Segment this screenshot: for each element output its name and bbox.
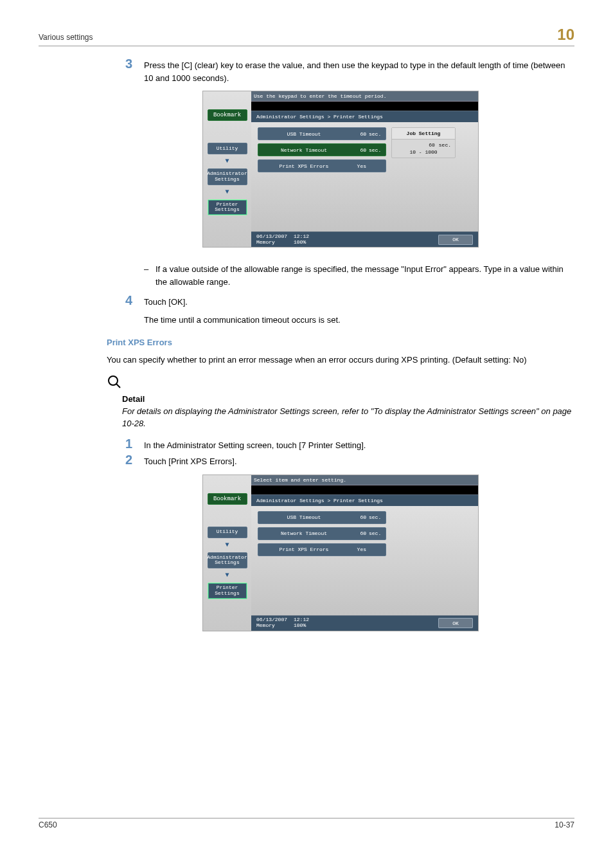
panel-footer: 06/13/2007 Memory 12:12 100% OK bbox=[251, 231, 478, 247]
panel-main: Use the keypad to enter the timeout peri… bbox=[251, 91, 478, 247]
admin-settings-button[interactable]: Administrator Settings bbox=[208, 168, 247, 185]
ok-button[interactable]: OK bbox=[438, 235, 473, 245]
job-setting-value: 60 bbox=[429, 142, 435, 148]
print-xps-errors-label: Print XPS Errors bbox=[258, 163, 350, 169]
screenshot-panel-timeout: Bookmark Utility ▼ Administrator Setting… bbox=[202, 91, 479, 248]
network-timeout-label: Network Timeout bbox=[258, 530, 350, 536]
usb-timeout-label: USB Timeout bbox=[258, 131, 350, 137]
step-number: 1 bbox=[107, 437, 132, 451]
svg-point-0 bbox=[109, 376, 118, 385]
network-timeout-label: Network Timeout bbox=[258, 147, 350, 153]
chapter-number: 10 bbox=[557, 26, 574, 44]
network-timeout-value: 60 bbox=[350, 147, 369, 153]
network-timeout-unit: sec. bbox=[369, 530, 386, 536]
panel-memory-pct: 100% bbox=[294, 240, 309, 246]
section-title-xps: Print XPS Errors bbox=[107, 338, 574, 347]
job-setting-title: Job Setting bbox=[392, 128, 455, 140]
panel-black-bar bbox=[251, 485, 478, 494]
step-4: 4 Touch [OK]. The time until a communica… bbox=[107, 296, 574, 326]
step-4-text: Touch [OK]. bbox=[144, 296, 574, 309]
step-1: 1 In the Administrator Setting screen, t… bbox=[107, 439, 574, 452]
step-3: 3 Press the [C] (clear) key to erase the… bbox=[107, 59, 574, 84]
bookmark-button[interactable]: Bookmark bbox=[208, 493, 247, 505]
detail-label: Detail bbox=[122, 394, 574, 404]
print-xps-errors-value: Yes bbox=[350, 547, 369, 552]
usb-timeout-unit: sec. bbox=[369, 131, 386, 137]
arrow-down-icon: ▼ bbox=[225, 189, 229, 195]
panel-memory-label: Memory bbox=[256, 240, 287, 246]
header-title: Various settings bbox=[39, 33, 93, 42]
panel-message: Use the keypad to enter the timeout peri… bbox=[251, 91, 478, 102]
step-1-text: In the Administrator Setting screen, tou… bbox=[144, 439, 574, 452]
usb-timeout-unit: sec. bbox=[369, 514, 386, 520]
bookmark-button[interactable]: Bookmark bbox=[208, 109, 247, 121]
step-2: 2 Touch [Print XPS Errors]. bbox=[107, 455, 574, 468]
panel-sidebar: Bookmark Utility ▼ Administrator Setting… bbox=[203, 475, 251, 631]
print-xps-errors-label: Print XPS Errors bbox=[258, 547, 350, 552]
network-timeout-row[interactable]: Network Timeout 60 sec. bbox=[258, 527, 386, 540]
usb-timeout-label: USB Timeout bbox=[258, 514, 350, 520]
arrow-down-icon: ▼ bbox=[225, 158, 229, 165]
arrow-down-icon: ▼ bbox=[225, 572, 229, 579]
detail-text: For details on displaying the Administra… bbox=[122, 405, 574, 430]
panel-footer: 06/13/2007 Memory 12:12 100% OK bbox=[251, 615, 478, 631]
footer-page-number: 10-37 bbox=[555, 820, 574, 829]
step-3-note: If a value outside of the allowable rang… bbox=[155, 263, 574, 288]
arrow-down-icon: ▼ bbox=[225, 542, 229, 548]
print-xps-errors-row[interactable]: Print XPS Errors Yes bbox=[258, 159, 386, 172]
step-2-text: Touch [Print XPS Errors]. bbox=[144, 455, 574, 468]
ok-button[interactable]: OK bbox=[438, 618, 473, 628]
utility-button[interactable]: Utility bbox=[208, 527, 247, 538]
panel-black-bar bbox=[251, 102, 478, 111]
usb-timeout-value: 60 bbox=[350, 514, 369, 520]
usb-timeout-row[interactable]: USB Timeout 60 sec. bbox=[258, 511, 386, 524]
step-number: 2 bbox=[107, 453, 132, 467]
step-4-result: The time until a communication timeout o… bbox=[144, 314, 574, 327]
bullet-dash: – bbox=[144, 263, 155, 288]
job-setting-box: Job Setting 60 sec. 10 - 1000 bbox=[391, 127, 456, 158]
job-setting-range: 10 - 1000 bbox=[392, 149, 455, 158]
panel-main: Select item and enter setting. Administr… bbox=[251, 475, 478, 631]
xps-description: You can specify whether to print an erro… bbox=[107, 354, 574, 366]
printer-settings-button[interactable]: Printer Settings bbox=[208, 583, 247, 599]
magnifier-icon bbox=[107, 374, 122, 392]
network-timeout-unit: sec. bbox=[369, 147, 386, 153]
job-setting-unit: sec. bbox=[439, 142, 451, 148]
page-header: Various settings 10 bbox=[39, 26, 574, 46]
footer-model: C650 bbox=[39, 820, 57, 829]
panel-sidebar: Bookmark Utility ▼ Administrator Setting… bbox=[203, 91, 251, 247]
network-timeout-row[interactable]: Network Timeout 60 sec. bbox=[258, 143, 386, 156]
network-timeout-value: 60 bbox=[350, 530, 369, 536]
usb-timeout-value: 60 bbox=[350, 131, 369, 137]
step-number: 3 bbox=[107, 57, 132, 71]
printer-settings-button[interactable]: Printer Settings bbox=[208, 199, 247, 216]
utility-button[interactable]: Utility bbox=[208, 143, 247, 154]
print-xps-errors-row[interactable]: Print XPS Errors Yes bbox=[258, 543, 386, 556]
print-xps-errors-value: Yes bbox=[350, 163, 369, 169]
panel-message: Select item and enter setting. bbox=[251, 475, 478, 485]
panel-memory-label: Memory bbox=[256, 623, 287, 629]
screenshot-panel-select: Bookmark Utility ▼ Administrator Setting… bbox=[202, 475, 479, 631]
panel-memory-pct: 100% bbox=[294, 623, 309, 629]
usb-timeout-row[interactable]: USB Timeout 60 sec. bbox=[258, 127, 386, 140]
step-number: 4 bbox=[107, 293, 132, 308]
svg-line-1 bbox=[116, 384, 120, 388]
admin-settings-button[interactable]: Administrator Settings bbox=[208, 552, 247, 569]
panel-breadcrumb: Administrator Settings > Printer Setting… bbox=[251, 111, 478, 122]
step-text: Press the [C] (clear) key to erase the v… bbox=[144, 59, 574, 84]
page-footer: C650 10-37 bbox=[39, 818, 574, 829]
panel-breadcrumb: Administrator Settings > Printer Setting… bbox=[251, 494, 478, 506]
